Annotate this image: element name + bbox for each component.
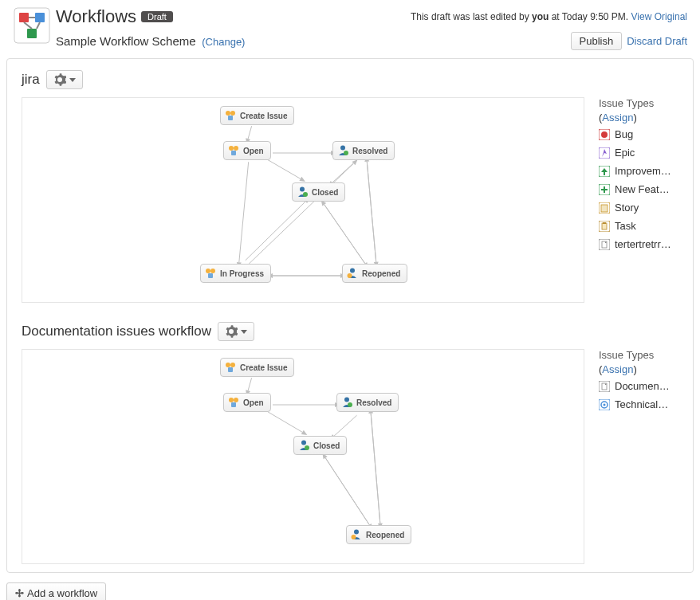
issue-type-icon (599, 221, 610, 232)
state-icon (346, 267, 359, 280)
edit-info: This draft was last edited by you at Tod… (411, 11, 687, 22)
svg-line-30 (332, 163, 353, 182)
view-original-link[interactable]: View Original (631, 11, 687, 22)
issue-type-item[interactable]: Task (599, 220, 678, 232)
publish-button[interactable]: Publish (571, 32, 623, 50)
issue-types-label: Issue Types (599, 349, 678, 361)
state-label: Reopened (362, 269, 400, 278)
state-label: Open (243, 147, 264, 155)
issue-type-label: tertertretrr… (615, 238, 671, 250)
svg-line-45 (371, 414, 380, 524)
chevron-down-icon (241, 330, 247, 334)
issue-types-label: Issue Types (599, 97, 678, 109)
state-node[interactable]: Closed (293, 436, 347, 455)
issue-type-label: Story (615, 202, 639, 214)
chevron-down-icon (69, 78, 76, 82)
issue-type-icon (599, 399, 610, 410)
svg-line-28 (239, 162, 249, 262)
workflow-scheme-icon (13, 6, 51, 45)
issue-type-item[interactable]: Epic (599, 147, 678, 159)
state-label: In Progress (220, 269, 264, 278)
state-icon (224, 109, 237, 122)
state-node[interactable]: Create Issue (220, 358, 294, 377)
svg-line-41 (267, 411, 302, 432)
issue-type-label: Documen… (615, 380, 670, 392)
state-node[interactable]: Closed (292, 182, 345, 202)
issue-type-icon (599, 147, 610, 159)
state-label: Resolved (356, 398, 391, 407)
workflow-diagram[interactable]: Create IssueOpenResolvedClosedIn Progres… (22, 97, 584, 303)
state-node[interactable]: In Progress (200, 264, 271, 283)
state-label: Reopened (366, 531, 404, 539)
discard-draft-link[interactable]: Discard Draft (627, 35, 687, 47)
issue-type-item[interactable]: New Feat… (599, 183, 678, 195)
issue-type-item[interactable]: Documen… (599, 380, 678, 392)
issue-type-label: Bug (615, 128, 633, 140)
plus-icon: ✢ (15, 587, 24, 599)
issue-type-icon (599, 184, 610, 195)
add-workflow-button[interactable]: ✢ Add a workflow (6, 582, 106, 600)
issue-type-item[interactable]: Story (599, 202, 678, 214)
issue-type-item[interactable]: Technical… (599, 398, 678, 410)
state-node[interactable]: Resolved (332, 141, 395, 160)
issue-type-label: Technical… (615, 398, 668, 410)
workflow-actions-menu[interactable] (218, 322, 254, 341)
state-label: Closed (312, 188, 338, 197)
state-node[interactable]: Resolved (336, 393, 399, 412)
state-node[interactable]: Reopened (346, 525, 411, 544)
change-link[interactable]: (Change) (202, 36, 245, 48)
workflow-actions-menu[interactable] (46, 70, 83, 89)
draft-badge: Draft (141, 11, 173, 22)
svg-line-26 (248, 126, 252, 139)
state-icon (204, 267, 217, 280)
assign-link[interactable]: Assign (602, 363, 633, 375)
state-node[interactable]: Create Issue (220, 106, 294, 125)
page-title: Workflows (56, 6, 136, 27)
issue-type-icon (599, 381, 610, 392)
svg-line-35 (367, 162, 376, 262)
state-icon (224, 361, 237, 374)
issue-type-item[interactable]: Improvem… (599, 165, 678, 177)
state-icon (336, 144, 349, 157)
state-icon (297, 439, 310, 452)
workflow-title: jira (22, 72, 40, 88)
state-label: Create Issue (240, 112, 287, 120)
issue-type-icon (599, 129, 610, 140)
issue-type-label: Task (615, 220, 636, 232)
svg-line-38 (324, 205, 365, 264)
svg-line-32 (249, 163, 353, 264)
svg-line-43 (371, 414, 380, 524)
issue-type-item[interactable]: tertertretrr… (599, 238, 678, 250)
state-icon (227, 396, 240, 409)
workflow-diagram[interactable]: Create IssueOpenResolvedClosedReopened (22, 349, 584, 564)
state-icon (227, 144, 240, 157)
state-node[interactable]: Reopened (342, 264, 407, 283)
svg-line-29 (268, 159, 301, 178)
state-label: Closed (313, 441, 340, 450)
state-label: Resolved (352, 147, 387, 155)
state-label: Open (243, 398, 264, 407)
state-node[interactable]: Open (223, 393, 271, 412)
svg-line-33 (246, 202, 305, 261)
issue-type-icon (599, 202, 610, 214)
svg-line-42 (334, 415, 357, 436)
state-icon (350, 528, 363, 541)
svg-line-31 (367, 162, 376, 262)
issue-type-label: Epic (615, 147, 635, 159)
svg-line-46 (325, 458, 369, 525)
issue-type-icon (599, 239, 610, 250)
issue-type-item[interactable]: Bug (599, 128, 678, 140)
svg-line-39 (248, 378, 252, 390)
state-node[interactable]: Open (223, 141, 271, 160)
assign-link[interactable]: Assign (602, 112, 633, 124)
svg-line-44 (325, 458, 369, 525)
svg-line-36 (324, 205, 365, 264)
issue-type-label: Improvem… (615, 165, 671, 177)
state-icon (296, 186, 309, 198)
workflow-title: Documentation issues workflow (22, 324, 211, 339)
gear-icon (225, 325, 238, 338)
state-label: Create Issue (240, 363, 287, 372)
gear-icon (53, 73, 66, 86)
issue-type-label: New Feat… (615, 183, 670, 195)
state-icon (340, 396, 353, 409)
